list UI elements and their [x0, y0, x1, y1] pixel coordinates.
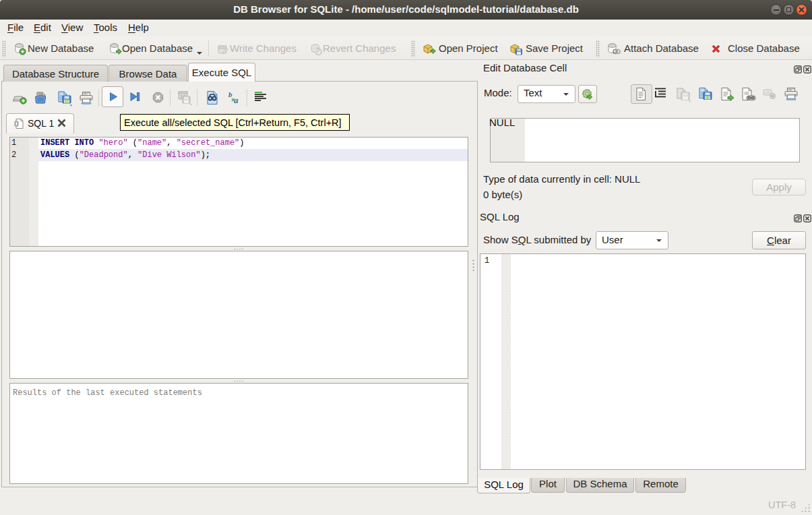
svg-text:a: a: [234, 95, 239, 105]
svg-text:b: b: [228, 90, 232, 98]
